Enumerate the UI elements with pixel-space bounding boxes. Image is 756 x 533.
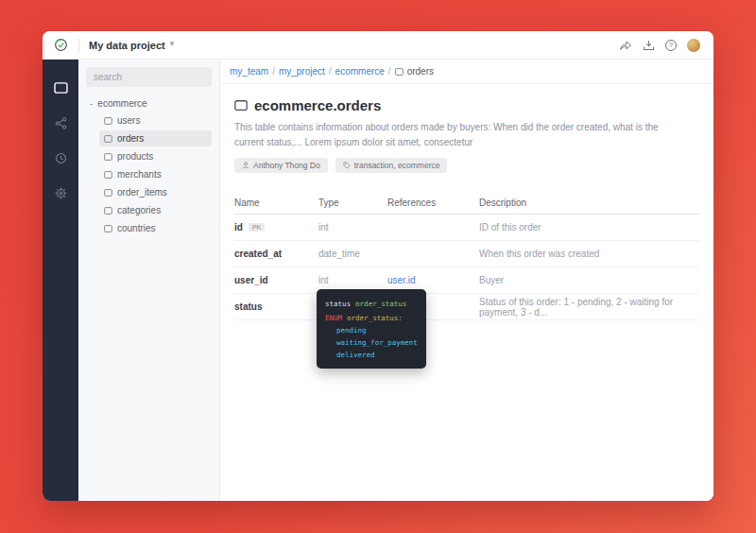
search-input[interactable] (86, 67, 212, 87)
field-type: int (318, 275, 387, 285)
field-description: When this order was created (479, 249, 699, 259)
breadcrumb-separator: / (329, 66, 332, 77)
schema-label: ecommerce (97, 98, 146, 109)
breadcrumb-separator: / (388, 66, 391, 77)
collapse-icon[interactable]: - (90, 98, 93, 109)
title-row: ecommerce.orders (234, 97, 699, 113)
page-title: ecommerce.orders (254, 97, 381, 113)
table-label: merchants (117, 169, 162, 180)
table-description: This table contains information about or… (234, 120, 671, 149)
person-icon (242, 162, 249, 169)
tooltip-enum-value: delivered (325, 349, 418, 361)
owner-chip-label: Anthony Thong Do (253, 161, 320, 170)
field-description: ID of this order (479, 222, 699, 232)
rail-settings-icon[interactable] (51, 183, 70, 202)
breadcrumb-current: orders (395, 66, 434, 77)
breadcrumb-link-ecommerce[interactable]: ecommerce (335, 66, 385, 77)
chevron-down-icon: ▾ (170, 40, 175, 48)
table-row-status[interactable]: status order_status Status of this order… (234, 294, 699, 320)
field-description: Buyer (479, 275, 699, 285)
pk-badge: PK (249, 223, 265, 232)
table-label: order_items (117, 187, 167, 198)
tooltip-enum-line: ENUMorder_status: (325, 312, 418, 324)
tooltip-field-type: order_status (355, 300, 406, 308)
breadcrumb-separator: / (272, 66, 275, 77)
table-row-id[interactable]: id PK int ID of this order (234, 215, 699, 241)
top-bar: My data project ▾ ? (43, 31, 713, 60)
topbar-divider (78, 38, 79, 53)
export-icon[interactable] (643, 40, 655, 51)
topbar-actions: ? (619, 39, 713, 52)
table-icon (104, 135, 112, 143)
column-header-description: Description (479, 198, 699, 208)
sidebar-item-order-items[interactable]: order_items (99, 184, 212, 200)
avatar[interactable] (687, 39, 700, 52)
owner-chip[interactable]: Anthony Thong Do (234, 158, 328, 173)
table-icon (104, 189, 112, 197)
table-icon (104, 171, 112, 179)
column-header-name: Name (234, 198, 318, 208)
column-header-type: Type (318, 198, 387, 208)
field-description: Status of this order: 1 - pending, 2 - w… (479, 297, 699, 318)
rail-share-icon[interactable] (51, 113, 70, 132)
field-type: date_time (318, 249, 387, 259)
table-icon (104, 207, 112, 215)
field-name: user_id (234, 275, 318, 285)
tooltip-signature-line: statusorder_status (325, 298, 418, 310)
table-row-user-id[interactable]: user_id int user.id Buyer (234, 267, 699, 294)
tags-chip[interactable]: transaction, ecommerce (335, 158, 448, 173)
field-name: created_at (234, 249, 318, 259)
table-row-created-at[interactable]: created_at date_time When this order was… (234, 241, 699, 267)
sidebar-item-users[interactable]: users (99, 112, 212, 129)
sidebar-item-categories[interactable]: categories (99, 202, 212, 218)
project-title: My data project (89, 40, 165, 51)
column-header-references: References (387, 198, 479, 208)
enum-tooltip: statusorder_status ENUMorder_status: pen… (317, 289, 426, 369)
schema-tree: - ecommerce users orders products (86, 96, 212, 236)
field-name: id (234, 222, 243, 232)
table-icon (104, 153, 112, 161)
table-icon (234, 100, 248, 111)
schema-node-ecommerce[interactable]: - ecommerce (86, 96, 212, 111)
help-icon[interactable]: ? (665, 40, 677, 51)
rail-history-icon[interactable] (51, 148, 70, 167)
project-switcher[interactable]: My data project ▾ (89, 40, 174, 51)
field-type: int (318, 222, 387, 232)
field-name: status (234, 301, 318, 312)
icon-rail (43, 60, 78, 501)
sidebar-item-orders[interactable]: orders (99, 130, 212, 146)
app-logo[interactable] (43, 38, 78, 52)
breadcrumb-link-my-team[interactable]: my_team (230, 66, 268, 77)
tooltip-field-name: status (325, 300, 351, 308)
tree-panel: - ecommerce users orders products (78, 60, 220, 501)
share-icon[interactable] (619, 40, 632, 51)
app-body: - ecommerce users orders products (43, 60, 713, 501)
tooltip-enum-keyword: ENUM (325, 314, 342, 322)
tooltip-enum-name: order_status: (347, 314, 403, 322)
table-label: users (117, 115, 140, 126)
sidebar-item-merchants[interactable]: merchants (99, 166, 212, 182)
app-logo-icon (54, 38, 68, 52)
table-label: orders (117, 133, 144, 144)
columns-table: Name Type References Description id PK i… (234, 192, 699, 320)
chips-row: Anthony Thong Do transaction, ecommerce (234, 158, 699, 173)
sidebar-item-countries[interactable]: countries (99, 220, 212, 236)
main-panel: my_team / my_project / ecommerce / order… (220, 60, 713, 501)
reference-link[interactable]: user.id (387, 275, 415, 285)
sidebar-item-products[interactable]: products (99, 148, 212, 164)
breadcrumb-current-label: orders (407, 66, 434, 77)
tooltip-enum-value: pending (325, 324, 418, 336)
table-icon (104, 225, 112, 232)
tags-chip-label: transaction, ecommerce (354, 161, 440, 170)
rail-tables-icon[interactable] (51, 78, 70, 97)
table-doc-content: ecommerce.orders This table contains inf… (220, 84, 713, 320)
breadcrumb: my_team / my_project / ecommerce / order… (220, 60, 713, 84)
table-header-row: Name Type References Description (234, 192, 699, 215)
app-window: My data project ▾ ? (43, 31, 713, 501)
breadcrumb-link-my-project[interactable]: my_project (279, 66, 325, 77)
table-label: categories (117, 205, 161, 215)
tag-icon (343, 162, 351, 169)
table-icon (104, 117, 112, 125)
table-label: products (117, 151, 153, 162)
table-icon (395, 68, 404, 76)
